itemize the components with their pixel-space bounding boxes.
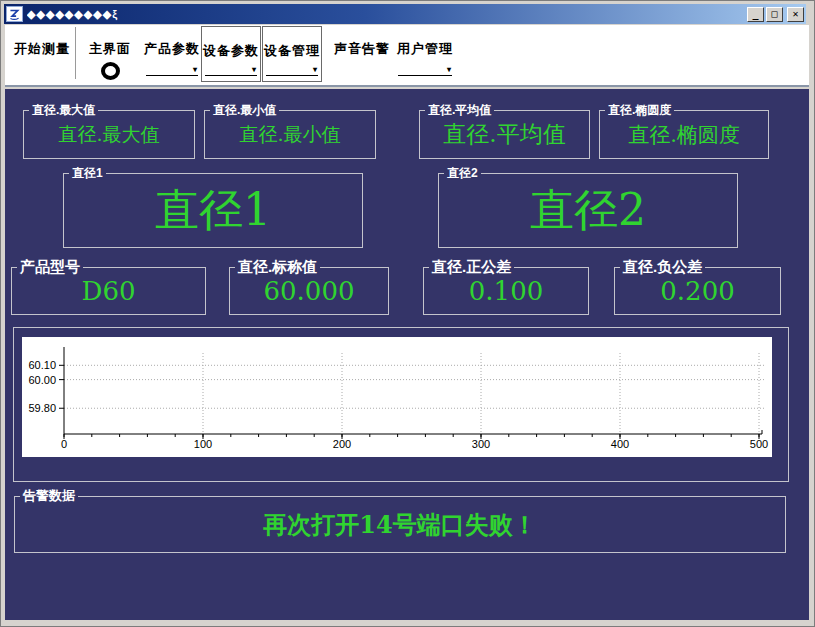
record-circle-icon xyxy=(101,62,120,80)
alarm-data-panel: 告警数据 再次打开14号端口失败！ xyxy=(14,496,786,553)
titlebar[interactable]: ◆◆◆◆◆◆◆◆◆ξ _ □ ✕ xyxy=(4,4,806,24)
field-diameter-avg: 直径.平均值 直径.平均值 xyxy=(419,110,590,159)
field-value: 直径.椭圆度 xyxy=(600,111,768,158)
trend-chart-axes: 60.1060.0059.800100200300400500 xyxy=(22,337,772,457)
field-positive-tolerance: 直径.正公差 0.100 xyxy=(423,267,589,315)
toolbar-button-label: 产品参数 xyxy=(144,40,200,58)
window-controls: _ □ ✕ xyxy=(745,7,804,22)
field-value: 直径.最小值 xyxy=(205,111,375,158)
field-value: 直径.最大值 xyxy=(24,111,194,158)
field-diameter-max: 直径.最大值 直径.最大值 xyxy=(23,110,195,159)
dropdown-underline: ▾ xyxy=(205,65,257,76)
svg-text:400: 400 xyxy=(611,438,629,450)
trend-chart-panel: 60.1060.0059.800100200300400500 xyxy=(13,327,789,482)
toolbar-separator xyxy=(75,27,76,79)
field-label: 直径.标称值 xyxy=(235,258,320,275)
field-value: 直径2 xyxy=(439,174,737,247)
svg-text:500: 500 xyxy=(750,438,768,450)
dropdown-underline: ▾ xyxy=(146,65,198,76)
toolbar-button-label: 主界面 xyxy=(89,40,131,58)
field-label: 直径.最大值 xyxy=(29,103,98,117)
toolbar-button-label: 声音告警 xyxy=(334,40,390,58)
field-label: 直径.椭圆度 xyxy=(605,103,674,117)
toolbar-button-label: 开始测量 xyxy=(14,40,70,58)
field-nominal-value: 直径.标称值 60.000 xyxy=(229,267,389,315)
chevron-down-icon: ▾ xyxy=(313,66,318,74)
field-negative-tolerance: 直径.负公差 0.200 xyxy=(614,267,781,315)
field-diameter-min: 直径.最小值 直径.最小值 xyxy=(204,110,376,159)
toolbar-button-label: 设备管理 xyxy=(264,42,320,60)
svg-text:0: 0 xyxy=(61,438,67,450)
field-label: 直径.负公差 xyxy=(620,258,705,275)
field-diameter-ovality: 直径.椭圆度 直径.椭圆度 xyxy=(599,110,769,159)
dropdown-underline: ▾ xyxy=(266,65,318,76)
app-logo-icon xyxy=(6,6,23,22)
field-label: 直径1 xyxy=(69,166,106,180)
close-button[interactable]: ✕ xyxy=(787,7,804,22)
minimize-button[interactable]: _ xyxy=(747,7,764,22)
field-label: 直径.最小值 xyxy=(210,103,279,117)
toolbar-button-product-params[interactable]: 产品参数 ▾ xyxy=(143,25,201,81)
toolbar-button-label: 设备参数 xyxy=(203,42,259,60)
toolbar-button-main-screen[interactable]: 主界面 xyxy=(79,25,141,81)
field-label: 直径.平均值 xyxy=(425,103,494,117)
field-value: 直径1 xyxy=(64,174,362,247)
trend-chart: 60.1060.0059.800100200300400500 xyxy=(22,337,772,457)
svg-text:300: 300 xyxy=(472,438,490,450)
toolbar-button-start-measure[interactable]: 开始测量 xyxy=(11,25,73,81)
toolbar-button-label: 用户管理 xyxy=(397,40,453,58)
chevron-down-icon: ▾ xyxy=(193,66,198,74)
chevron-down-icon: ▾ xyxy=(447,66,452,74)
field-product-model: 产品型号 D60 xyxy=(11,267,206,315)
svg-text:60.10: 60.10 xyxy=(28,359,56,371)
toolbar-button-sound-alarm[interactable]: 声音告警 xyxy=(329,25,395,81)
toolbar-button-user-mgmt[interactable]: 用户管理 ▾ xyxy=(395,25,455,81)
toolbar-button-device-mgmt[interactable]: 设备管理 ▾ xyxy=(262,26,322,82)
maximize-button[interactable]: □ xyxy=(766,7,783,22)
window-title: ◆◆◆◆◆◆◆◆◆ξ xyxy=(27,8,118,21)
alarm-message: 再次打开14号端口失败！ xyxy=(15,497,785,552)
app-window: ◆◆◆◆◆◆◆◆◆ξ _ □ ✕ 开始测量 主界面 产品参数 ▾ 设备参数 ▾ xyxy=(0,0,815,627)
alarm-panel-label: 告警数据 xyxy=(20,489,78,503)
field-value: 直径.平均值 xyxy=(420,111,589,158)
field-diameter-1: 直径1 直径1 xyxy=(63,173,363,248)
dropdown-underline: ▾ xyxy=(398,65,452,76)
svg-text:200: 200 xyxy=(333,438,351,450)
toolbar: 开始测量 主界面 产品参数 ▾ 设备参数 ▾ 设备管理 ▾ 声音告警 xyxy=(5,25,809,87)
svg-text:59.80: 59.80 xyxy=(28,402,56,414)
toolbar-button-device-params[interactable]: 设备参数 ▾ xyxy=(201,26,261,82)
field-label: 直径.正公差 xyxy=(429,258,514,275)
field-diameter-2: 直径2 直径2 xyxy=(438,173,738,248)
chevron-down-icon: ▾ xyxy=(252,66,257,74)
svg-text:100: 100 xyxy=(194,438,212,450)
field-label: 产品型号 xyxy=(17,258,83,275)
field-label: 直径2 xyxy=(444,166,481,180)
svg-text:60.00: 60.00 xyxy=(28,374,56,386)
